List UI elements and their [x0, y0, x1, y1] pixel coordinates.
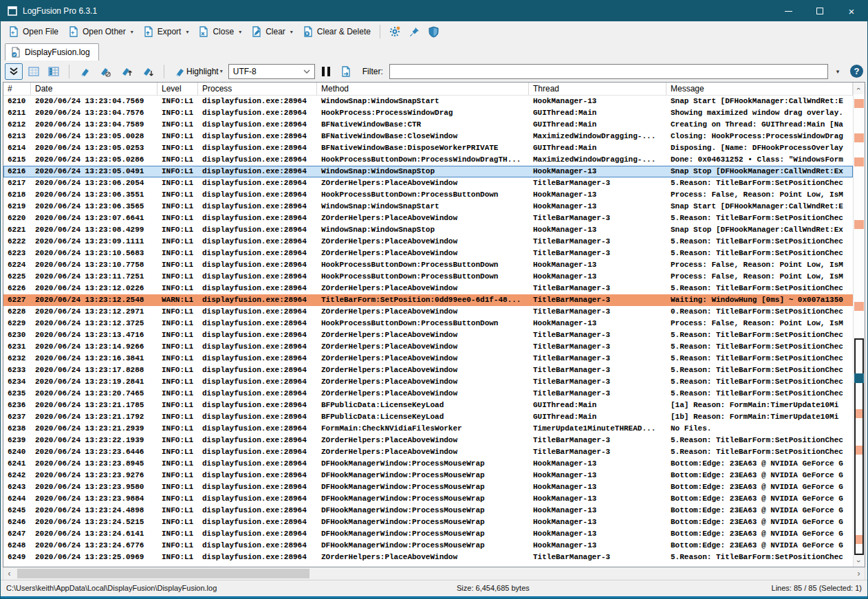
- highlighter-down-icon: [142, 66, 154, 77]
- tab-displayfusion-log[interactable]: DisplayFusion.log: [5, 43, 99, 61]
- log-row[interactable]: 62132020/06/24 13:23:05.0028INFO:L1displ…: [3, 131, 853, 142]
- log-row[interactable]: 62492020/06/24 13:23:25.0969INFO:L1displ…: [3, 552, 853, 563]
- scroll-up-button[interactable]: ‹: [854, 83, 865, 94]
- log-row[interactable]: 62412020/06/24 13:23:23.8945INFO:L1displ…: [3, 458, 853, 470]
- log-row[interactable]: 62232020/06/24 13:23:10.5683INFO:L1displ…: [3, 248, 853, 259]
- log-row[interactable]: 62352020/06/24 13:23:20.7465INFO:L1displ…: [3, 388, 853, 400]
- log-row[interactable]: 62382020/06/24 13:23:21.2939INFO:L1displ…: [3, 423, 853, 435]
- maximize-button[interactable]: [804, 1, 836, 21]
- vscroll-thumb[interactable]: [854, 338, 864, 555]
- log-row[interactable]: 62342020/06/24 13:23:19.2841INFO:L1displ…: [3, 376, 853, 388]
- log-row[interactable]: 62292020/06/24 13:23:12.3725INFO:L1displ…: [3, 318, 853, 329]
- highlight-menu-button[interactable]: Highlight ▾: [171, 63, 226, 80]
- chevron-left-icon: ‹: [8, 569, 11, 578]
- minimize-button[interactable]: [772, 1, 804, 21]
- grid-columns-button[interactable]: [45, 63, 63, 80]
- highlighter-off-icon: [99, 66, 111, 77]
- log-row[interactable]: 62172020/06/24 13:23:06.2054INFO:L1displ…: [3, 177, 853, 189]
- scroll-left-button[interactable]: ‹: [3, 567, 15, 580]
- scroll-down-button[interactable]: ›: [854, 555, 865, 567]
- log-row[interactable]: 62402020/06/24 13:23:23.6446INFO:L1displ…: [3, 446, 853, 458]
- encoding-select[interactable]: UTF-8: [228, 64, 315, 79]
- log-row[interactable]: 62272020/06/24 13:23:12.2548WARN:L1displ…: [3, 294, 853, 306]
- log-row[interactable]: 62422020/06/24 13:23:23.9276INFO:L1displ…: [3, 470, 853, 481]
- log-row[interactable]: 62432020/06/24 13:23:23.9580INFO:L1displ…: [3, 481, 853, 493]
- settings-button[interactable]: [384, 23, 405, 40]
- log-row[interactable]: 62442020/06/24 13:23:23.9884INFO:L1displ…: [3, 493, 853, 505]
- hscroll-thumb[interactable]: [17, 569, 310, 578]
- help-icon: ?: [854, 66, 860, 76]
- highlighter-prev-button[interactable]: [117, 63, 136, 80]
- close-button[interactable]: ×: [836, 1, 867, 21]
- highlighter-next-button[interactable]: [138, 63, 158, 80]
- open-other-button[interactable]: + Open Other ▾: [63, 24, 138, 39]
- vscroll-track[interactable]: [854, 94, 865, 555]
- export-button[interactable]: Export ▾: [138, 24, 194, 39]
- tab-bar: DisplayFusion.log: [1, 42, 867, 61]
- open-other-label: Open Other: [83, 27, 126, 36]
- clear-button[interactable]: Clear ▾: [246, 24, 298, 39]
- highlighter-up-icon: [120, 66, 133, 77]
- log-toolbar: Highlight ▾ UTF-8 Filter: ▾ ?: [1, 61, 867, 82]
- pin-button[interactable]: [405, 24, 424, 39]
- log-rows: 62102020/06/24 13:23:04.7569INFO:L1displ…: [3, 96, 853, 567]
- column-header[interactable]: Process: [198, 83, 317, 95]
- log-row[interactable]: 62192020/06/24 13:23:06.3565INFO:L1displ…: [3, 201, 853, 213]
- log-row[interactable]: 62252020/06/24 13:23:11.7251INFO:L1displ…: [3, 271, 853, 283]
- column-header[interactable]: Level: [158, 83, 198, 95]
- log-row[interactable]: 62112020/06/24 13:23:04.7576INFO:L1displ…: [3, 107, 853, 119]
- shield-button[interactable]: [424, 24, 443, 40]
- open-file-button[interactable]: + Open File: [3, 24, 63, 39]
- log-row[interactable]: 62362020/06/24 13:23:21.1785INFO:L1displ…: [3, 400, 853, 411]
- log-row[interactable]: 62102020/06/24 13:23:04.7569INFO:L1displ…: [3, 96, 853, 107]
- export-label: Export: [158, 27, 182, 36]
- help-button[interactable]: ?: [850, 65, 863, 78]
- filter-dropdown-button[interactable]: ▾: [830, 64, 845, 79]
- log-row[interactable]: 62332020/06/24 13:23:17.8288INFO:L1displ…: [3, 364, 853, 376]
- log-row[interactable]: 62302020/06/24 13:23:13.4716INFO:L1displ…: [3, 329, 853, 341]
- close-log-button[interactable]: Close ▾: [193, 24, 246, 39]
- log-row[interactable]: 62162020/06/24 13:23:05.0491INFO:L1displ…: [3, 166, 853, 177]
- scroll-right-button[interactable]: ›: [853, 567, 865, 580]
- log-row[interactable]: 62372020/06/24 13:23:21.1792INFO:L1displ…: [3, 411, 853, 423]
- highlighter-icon: [79, 66, 90, 77]
- horizontal-scrollbar[interactable]: ‹ ›: [3, 567, 865, 580]
- log-row[interactable]: 62312020/06/24 13:23:14.9266INFO:L1displ…: [3, 341, 853, 353]
- log-row[interactable]: 62242020/06/24 13:23:10.7758INFO:L1displ…: [3, 259, 853, 271]
- grid-lines-button[interactable]: [25, 63, 43, 80]
- log-row[interactable]: 62142020/06/24 13:23:05.0253INFO:L1displ…: [3, 142, 853, 154]
- column-header[interactable]: Date: [31, 83, 158, 95]
- status-bar: C:\Users\keith\AppData\Local\DisplayFusi…: [1, 580, 867, 596]
- filter-input[interactable]: [389, 64, 828, 79]
- log-row[interactable]: 62262020/06/24 13:23:12.0226INFO:L1displ…: [3, 283, 853, 294]
- log-row[interactable]: 62462020/06/24 13:23:24.5215INFO:L1displ…: [3, 516, 853, 528]
- pause-button[interactable]: [317, 63, 335, 80]
- log-row[interactable]: 62472020/06/24 13:23:24.6141INFO:L1displ…: [3, 528, 853, 540]
- log-row[interactable]: 62392020/06/24 13:23:22.1939INFO:L1displ…: [3, 435, 853, 446]
- log-row[interactable]: 62482020/06/24 13:23:24.6776INFO:L1displ…: [3, 540, 853, 552]
- follow-tail-button[interactable]: [337, 63, 355, 80]
- log-row[interactable]: 62202020/06/24 13:23:07.6641INFO:L1displ…: [3, 213, 853, 224]
- clear-delete-button[interactable]: Clear & Delete: [298, 24, 376, 39]
- grid-columns-icon: [48, 67, 59, 76]
- svg-text:+: +: [71, 30, 74, 36]
- log-row[interactable]: 62322020/06/24 13:23:16.3841INFO:L1displ…: [3, 353, 853, 364]
- log-row[interactable]: 62122020/06/24 13:23:04.7589INFO:L1displ…: [3, 119, 853, 131]
- log-row[interactable]: 62212020/06/24 13:23:08.4299INFO:L1displ…: [3, 224, 853, 236]
- encoding-value: UTF-8: [233, 67, 257, 76]
- column-header[interactable]: Method: [317, 83, 529, 95]
- highlighter-clear-button[interactable]: [96, 63, 115, 80]
- clear-delete-label: Clear & Delete: [317, 27, 371, 36]
- highlighter-button[interactable]: [76, 63, 94, 80]
- log-row[interactable]: 62152020/06/24 13:23:05.0286INFO:L1displ…: [3, 154, 853, 166]
- log-row[interactable]: 62282020/06/24 13:23:12.2971INFO:L1displ…: [3, 306, 853, 318]
- log-row[interactable]: 62182020/06/24 13:23:06.3551INFO:L1displ…: [3, 189, 853, 201]
- auto-scroll-button[interactable]: [5, 63, 23, 80]
- chevron-down-icon: ▾: [186, 29, 188, 35]
- vertical-scrollbar[interactable]: ‹ ›: [853, 83, 865, 567]
- column-header[interactable]: #: [3, 83, 31, 95]
- column-header[interactable]: Thread: [529, 83, 666, 95]
- log-row[interactable]: 62452020/06/24 13:23:24.4898INFO:L1displ…: [3, 505, 853, 516]
- column-header[interactable]: Message: [666, 83, 853, 95]
- log-row[interactable]: 62222020/06/24 13:23:09.1111INFO:L1displ…: [3, 236, 853, 248]
